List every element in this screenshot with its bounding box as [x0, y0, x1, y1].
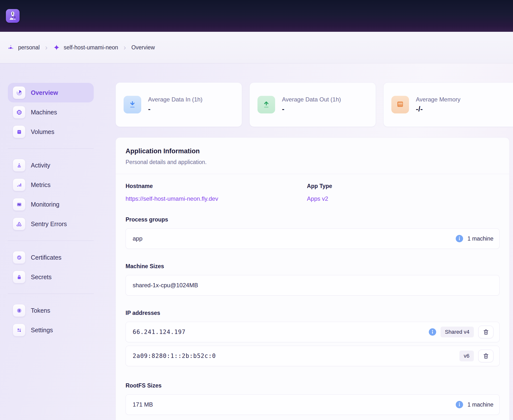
sidebar-item-machines[interactable]: Machines: [8, 102, 94, 122]
app-type-label: App Type: [307, 183, 500, 189]
breadcrumb-app-label: self-host-umami-neon: [64, 44, 118, 51]
machine-sizes-label: Machine Sizes: [126, 263, 500, 270]
sidebar-divider: [8, 241, 94, 241]
sidebar-item-label: Metrics: [31, 181, 51, 188]
panel-subtitle: Personal details and application.: [126, 159, 500, 166]
sidebar-item-monitoring[interactable]: Monitoring: [8, 195, 94, 214]
breadcrumb: personal › self-host-umami-neon › Overvi…: [0, 32, 513, 63]
sidebar-item-activity[interactable]: Activity: [8, 155, 94, 175]
fly-dashboard-page: personal › self-host-umami-neon › Overvi…: [0, 0, 513, 420]
sidebar-item-secrets[interactable]: Secrets: [8, 267, 94, 287]
sidebar-item-label: Volumes: [31, 128, 54, 135]
stat-card-label: Average Data Out (1h): [282, 96, 341, 103]
stat-card-data-in: Average Data In (1h) -: [116, 82, 242, 127]
breadcrumb-org[interactable]: personal: [7, 44, 40, 51]
stat-card-value: -: [148, 105, 202, 113]
ip-type-badge: v6: [459, 351, 474, 361]
machine-count: 1 machine: [467, 235, 493, 242]
ip-addresses-label: IP addresses: [126, 310, 500, 316]
sidebar: Overview Machines: [8, 63, 94, 340]
stat-card-memory: Average Memory -/-: [383, 82, 513, 127]
content-area: Overview Machines: [0, 63, 513, 420]
machine-sizes-section: Machine Sizes shared-1x-cpu@1024MB: [126, 263, 500, 296]
rootfs-size-value: 171 MB: [133, 401, 153, 408]
breadcrumb-app[interactable]: self-host-umami-neon: [53, 44, 118, 51]
stat-card-value: -/-: [416, 105, 460, 113]
hostname-link[interactable]: https://self-host-umami-neon.fly.dev: [126, 195, 218, 202]
sidebar-item-label: Machines: [31, 109, 57, 116]
stat-card-value: -: [282, 105, 341, 113]
panel-header: Application Information Personal details…: [116, 138, 509, 174]
fly-logo[interactable]: [6, 9, 20, 23]
stat-cards-row: Average Data In (1h) - Average Data Out …: [116, 82, 513, 127]
lock-icon: [13, 271, 25, 283]
panel-title: Application Information: [126, 147, 500, 155]
trash-icon: [483, 329, 489, 335]
process-group-name: app: [133, 235, 142, 242]
sidebar-item-volumes[interactable]: Volumes: [8, 122, 94, 142]
settings-icon: [13, 324, 25, 336]
machine-count: 1 machine: [467, 401, 493, 408]
hostname-label: Hostname: [126, 183, 307, 189]
breadcrumb-separator: ›: [124, 43, 126, 52]
ip-addresses-section: IP addresses 66.241.124.197 Shared v4: [126, 310, 500, 366]
ip-row-v4: 66.241.124.197 Shared v4: [126, 322, 500, 342]
sidebar-item-label: Tokens: [31, 307, 50, 314]
ip-row-v6: 2a09:8280:1::2b:b52c:0 v6: [126, 346, 500, 366]
sidebar-divider: [8, 294, 94, 294]
metrics-icon: [13, 178, 25, 191]
balloon-icon: [7, 11, 18, 21]
sidebar-item-label: Settings: [31, 327, 53, 334]
monitoring-icon: [13, 198, 25, 211]
sidebar-item-label: Secrets: [31, 274, 52, 281]
sidebar-item-sentry-errors[interactable]: Sentry Errors: [8, 214, 94, 234]
breadcrumb-page[interactable]: Overview: [131, 44, 155, 51]
application-information-panel: Application Information Personal details…: [116, 137, 510, 420]
delete-ip-button[interactable]: [478, 326, 493, 338]
machine-size-value: shared-1x-cpu@1024MB: [133, 282, 198, 289]
stat-card-label: Average Data In (1h): [148, 96, 202, 103]
hostname-apptype-row: Hostname https://self-host-umami-neon.fl…: [126, 183, 500, 202]
ip-address: 2a09:8280:1::2b:b52c:0: [133, 353, 216, 359]
delete-ip-button[interactable]: [478, 350, 493, 362]
process-groups-section: Process groups app 1 machine: [126, 216, 500, 249]
sidebar-item-settings[interactable]: Settings: [8, 320, 94, 340]
machine-size-row: shared-1x-cpu@1024MB: [126, 275, 500, 296]
rootfs-sizes-section: RootFS Sizes 171 MB 1 machine: [126, 382, 500, 415]
info-icon[interactable]: [456, 235, 463, 242]
info-icon[interactable]: [456, 401, 463, 408]
sidebar-item-certificates[interactable]: Certificates: [8, 248, 94, 267]
sidebar-item-metrics[interactable]: Metrics: [8, 175, 94, 195]
app-type-link[interactable]: Apps v2: [307, 195, 328, 202]
process-group-row: app 1 machine: [126, 228, 500, 249]
token-icon: [13, 304, 25, 317]
sidebar-item-tokens[interactable]: Tokens: [8, 301, 94, 320]
sidebar-item-label: Activity: [31, 162, 50, 169]
machines-icon: [13, 106, 25, 119]
certificate-icon: [13, 251, 25, 264]
sidebar-item-label: Overview: [31, 89, 58, 96]
rootfs-sizes-label: RootFS Sizes: [126, 382, 500, 389]
sentry-icon: [13, 218, 25, 230]
process-groups-label: Process groups: [126, 216, 500, 223]
upload-icon: [257, 96, 275, 113]
ip-address: 66.241.124.197: [133, 329, 186, 335]
organization-icon: [7, 44, 15, 51]
info-icon[interactable]: [429, 328, 436, 336]
ip-type-badge: Shared v4: [441, 327, 474, 337]
breadcrumb-separator: ›: [45, 43, 47, 52]
panel-body: Hostname https://self-host-umami-neon.fl…: [116, 174, 509, 420]
trash-icon: [483, 353, 489, 359]
breadcrumb-org-label: personal: [18, 44, 40, 51]
app-sparkle-icon: [53, 44, 60, 51]
sidebar-item-overview[interactable]: Overview: [8, 83, 94, 102]
activity-icon: [13, 159, 25, 172]
sidebar-item-label: Monitoring: [31, 201, 59, 208]
stat-card-data-out: Average Data Out (1h) -: [249, 82, 376, 127]
volumes-icon: [13, 125, 25, 138]
download-icon: [124, 96, 141, 113]
memory-icon: [391, 96, 409, 113]
rootfs-row: 171 MB 1 machine: [126, 394, 500, 415]
sidebar-divider: [8, 148, 94, 149]
stat-card-label: Average Memory: [416, 96, 460, 103]
